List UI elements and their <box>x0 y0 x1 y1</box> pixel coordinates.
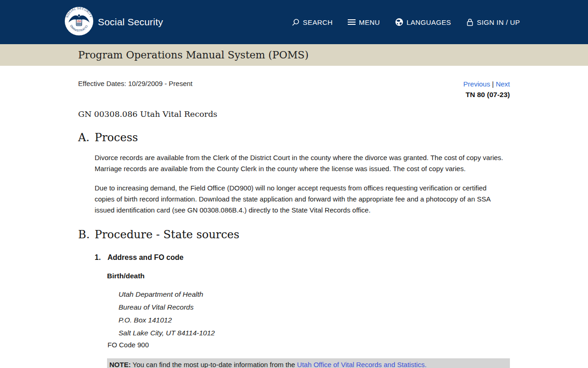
poms-banner: Program Operations Manual System (POMS) <box>0 44 588 66</box>
note-box: NOTE: You can find the most up-to-date i… <box>107 358 510 368</box>
lock-icon <box>466 18 474 26</box>
fo-code: FO Code 900 <box>107 339 510 351</box>
address-line: P.O. Box 141012 <box>119 314 510 327</box>
page-title: Program Operations Manual System (POMS) <box>78 49 309 61</box>
meta-row: Effective Dates: 10/29/2009 - Present Pr… <box>78 79 510 100</box>
section-a-marker: A. <box>78 131 95 144</box>
address-block: Utah Department of Health Bureau of Vita… <box>119 288 510 339</box>
pager-separator: | <box>492 80 494 88</box>
search-icon <box>292 18 300 26</box>
transmittal-number: TN 80 (07-23) <box>464 89 510 100</box>
next-link[interactable]: Next <box>496 80 510 88</box>
nav-search-label: SEARCH <box>303 18 333 26</box>
nav-search[interactable]: SEARCH <box>292 18 333 26</box>
nav-sign-in-label: SIGN IN / UP <box>477 18 520 26</box>
note-text: You can find the most up-to-date informa… <box>131 361 297 368</box>
section-a-heading-text: Process <box>95 131 138 144</box>
poms-document: Effective Dates: 10/29/2009 - Present Pr… <box>0 66 588 368</box>
section-a-heading: A. Process <box>78 131 510 144</box>
address-line: Salt Lake City, UT 84114-1012 <box>119 327 510 339</box>
site-header: SOCIAL SECURITY ADMINISTRATION USA Socia… <box>0 0 588 44</box>
address-line: Utah Department of Health <box>119 288 510 301</box>
menu-icon <box>348 19 356 25</box>
ssa-seal-icon: SOCIAL SECURITY ADMINISTRATION USA <box>64 6 94 38</box>
brand-name: Social Security <box>98 17 163 28</box>
nav-languages-label: LANGUAGES <box>407 18 451 26</box>
pager: Previous | Next TN 80 (07-23) <box>464 79 510 100</box>
address-line: Bureau of Vital Records <box>119 301 510 314</box>
subsection-1-marker: 1. <box>95 253 107 262</box>
subsection-1-heading-text: Address and FO code <box>107 253 183 262</box>
svg-text:USA: USA <box>77 20 81 23</box>
top-nav: SEARCH MENU LANGUAGES <box>292 18 520 26</box>
record-type-heading: Birth/death <box>107 272 510 280</box>
section-b-heading: B. Procedure - State sources <box>78 228 510 241</box>
previous-link[interactable]: Previous <box>464 80 490 88</box>
nav-languages[interactable]: LANGUAGES <box>395 18 451 26</box>
ssa-home-link[interactable]: SOCIAL SECURITY ADMINISTRATION USA Socia… <box>64 6 163 38</box>
subsection-1-heading: 1. Address and FO code <box>95 253 510 262</box>
globe-icon <box>395 18 403 26</box>
section-a-paragraph-2: Due to increasing demand, the Field Offi… <box>95 183 508 216</box>
section-b-marker: B. <box>78 228 95 241</box>
note-label: NOTE: <box>109 361 131 368</box>
document-title: GN 00308.086 Utah Vital Records <box>78 109 510 119</box>
pager-links: Previous | Next <box>464 79 510 89</box>
nav-menu-label: MENU <box>359 18 380 26</box>
nav-menu[interactable]: MENU <box>348 18 380 26</box>
nav-sign-in[interactable]: SIGN IN / UP <box>466 18 520 26</box>
section-a-paragraph-1: Divorce records are available from the C… <box>95 152 508 174</box>
effective-dates: Effective Dates: 10/29/2009 - Present <box>78 79 192 87</box>
section-b-heading-text: Procedure - State sources <box>95 228 239 241</box>
section-a-body: Divorce records are available from the C… <box>95 152 510 216</box>
utah-vital-records-link[interactable]: Utah Office of Vital Records and Statist… <box>297 361 427 368</box>
